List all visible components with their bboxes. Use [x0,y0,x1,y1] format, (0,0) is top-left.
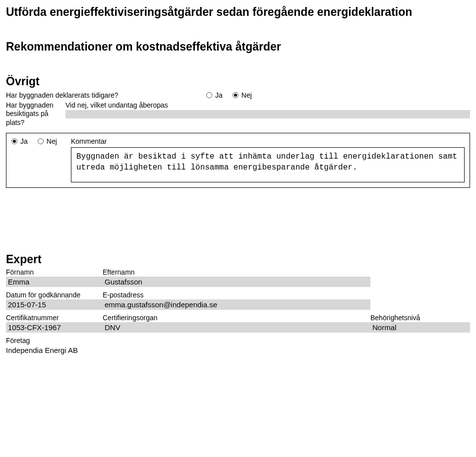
declared-ja-radio[interactable]: Ja [206,91,223,99]
inspected-nej-radio[interactable]: Nej [38,137,57,145]
fornamn-value: Emma [6,277,103,287]
radio-label-nej2: Nej [47,137,57,145]
declared-nej-radio[interactable]: Nej [233,91,252,99]
radio-label-ja2: Ja [20,137,28,145]
radio-icon [11,138,17,144]
certorg-label: Certifieringsorgan [103,314,370,322]
declared-earlier-label: Har byggnaden deklarerats tidigare? [6,91,206,99]
heading-utforda: Utförda energieffektiviseringsåtgärder s… [6,5,470,20]
epost-value: emma.gustafsson@independia.se [103,299,370,310]
efternamn-value: Gustafsson [103,277,370,287]
kommentar-label: Kommentar [71,137,465,145]
kommentar-frame: Ja Nej Kommentar Byggnaden är besiktad i… [6,133,470,188]
foretag-label: Företag [6,337,199,344]
radio-icon [38,138,44,144]
expert-grid: Förnamn Emma Efternamn Gustafsson Datum … [6,268,470,355]
inspected-ja-radio[interactable]: Ja [11,137,28,145]
efternamn-label: Efternamn [103,268,370,276]
epost-label: E-postadress [103,291,370,299]
radio-label-nej: Nej [241,91,252,99]
exemption-label: Vid nej, vilket undantag åberopas [65,101,470,109]
fornamn-label: Förnamn [6,268,103,276]
niva-label: Behörighetsnivå [370,314,470,322]
datum-label: Datum för godkännande [6,291,103,299]
cert-value: 1053-CFX-1967 [6,322,103,333]
radio-icon [233,92,238,98]
radio-label-ja: Ja [215,91,223,99]
heading-ovrigt: Övrigt [6,74,470,89]
inspected-label: Har byggnaden besiktigats på plats? [6,101,60,127]
niva-value: Normal [370,322,470,333]
heading-expert: Expert [6,252,470,267]
heading-rekommendationer: Rekommendationer om kostnadseffektiva åt… [6,40,470,55]
cert-label: Certifikatnummer [6,314,103,322]
radio-icon [206,92,212,98]
exemption-input [65,110,470,118]
foretag-value: Independia Energi AB [6,345,199,355]
certorg-value: DNV [103,322,370,333]
datum-value: 2015-07-15 [6,299,103,310]
kommentar-text: Byggnaden är besiktad i syfte att inhämt… [71,147,465,182]
